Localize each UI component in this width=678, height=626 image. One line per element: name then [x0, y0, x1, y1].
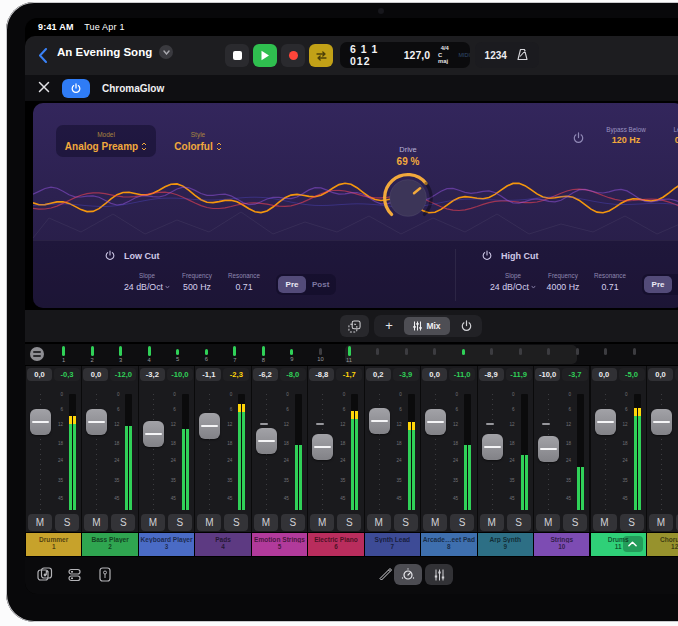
mute-button[interactable]: M [423, 514, 447, 531]
fader-value[interactable]: 0,2 [366, 368, 391, 381]
drive-knob[interactable] [378, 169, 438, 227]
pre-button[interactable]: Pre [644, 276, 672, 293]
master-speaker-icon[interactable] [30, 347, 44, 361]
low-cut-slope-field[interactable]: Slope 24 dB/Oct [124, 272, 170, 292]
mute-button[interactable]: M [28, 514, 52, 531]
fader-value[interactable]: 0,0 [422, 368, 447, 381]
overview-slot[interactable]: 11 [340, 344, 358, 365]
pre-button[interactable]: Pre [278, 276, 306, 293]
peak-value[interactable]: -3,7 [562, 368, 588, 381]
level-field[interactable]: Level 0.0 [661, 126, 678, 145]
solo-button[interactable]: S [507, 514, 531, 531]
track-name-cell[interactable]: Drums 11 [591, 533, 646, 556]
fader-thumb[interactable] [651, 409, 672, 435]
peak-value[interactable]: -5,0 [619, 368, 645, 381]
channel-overview[interactable]: 1 2 3 4 5 6 7 8 9 10 11 [25, 344, 678, 365]
low-cut-resonance-field[interactable]: Resonance 0.71 [228, 272, 260, 292]
high-cut-slope-field[interactable]: Slope 24 dB/Oct [490, 272, 536, 292]
mute-button[interactable]: M [367, 514, 391, 531]
fader-value[interactable]: -6,2 [253, 368, 278, 381]
high-cut-frequency-field[interactable]: Frequency 4000 Hz [547, 272, 580, 292]
overview-slot[interactable] [540, 344, 558, 365]
post-button[interactable]: Post [672, 276, 678, 293]
overview-slot[interactable] [626, 344, 644, 365]
track-name-cell[interactable]: Synth Lead 7 [365, 533, 420, 556]
fader-thumb[interactable] [86, 409, 107, 435]
record-button[interactable] [281, 44, 305, 67]
fader-value[interactable]: -10,0 [535, 368, 560, 381]
peak-value[interactable]: -11,0 [449, 368, 475, 381]
track-name-cell[interactable]: Chorus V 12 [647, 533, 678, 556]
track-name-cell[interactable]: Keyboard Player 3 [139, 533, 194, 556]
track-expand-button[interactable] [623, 536, 643, 552]
cycle-button[interactable] [309, 44, 333, 67]
solo-button[interactable]: S [394, 514, 418, 531]
mute-button[interactable]: M [254, 514, 278, 531]
peak-value[interactable]: -1,7 [336, 368, 362, 381]
fader-thumb[interactable] [482, 434, 503, 460]
fader-value[interactable]: -8,8 [309, 368, 334, 381]
overview-slot[interactable] [369, 344, 387, 365]
mute-button[interactable]: M [593, 514, 617, 531]
plugin-power-button[interactable] [62, 79, 90, 98]
low-cut-frequency-field[interactable]: Frequency 500 Hz [182, 272, 212, 292]
peak-value[interactable]: -0,3 [54, 368, 80, 381]
mute-button[interactable]: M [310, 514, 334, 531]
peak-value[interactable]: -11,9 [506, 368, 532, 381]
fader-value[interactable]: -8,9 [479, 368, 504, 381]
track-name-cell[interactable]: Emotion Strings 5 [252, 533, 307, 556]
duplicate-button[interactable] [340, 315, 369, 337]
solo-button[interactable]: S [337, 514, 361, 531]
solo-button[interactable]: S [620, 514, 644, 531]
mute-button[interactable]: M [649, 514, 673, 531]
solo-button[interactable]: S [168, 514, 192, 531]
overview-slot[interactable]: 10 [311, 344, 329, 365]
track-name-cell[interactable]: Arp Synth 9 [478, 533, 533, 556]
fader-thumb[interactable] [595, 409, 616, 435]
solo-button[interactable]: S [450, 514, 474, 531]
fader-thumb[interactable] [312, 434, 333, 460]
mute-button[interactable]: M [84, 514, 108, 531]
power-icon[interactable] [482, 250, 492, 261]
fader-thumb[interactable] [425, 409, 446, 435]
fader-value[interactable]: 0,0 [83, 368, 108, 381]
overview-slot[interactable]: 6 [197, 344, 215, 365]
fader-value[interactable]: -3,2 [140, 368, 165, 381]
add-track-button[interactable]: + [376, 317, 402, 335]
mute-button[interactable]: M [480, 514, 504, 531]
overview-slot[interactable]: 5 [169, 344, 187, 365]
overview-slot[interactable] [511, 344, 529, 365]
overview-slot[interactable] [568, 344, 586, 365]
post-button[interactable]: Post [306, 276, 334, 293]
back-button[interactable] [34, 46, 50, 64]
track-name-cell[interactable]: Drummer 1 [26, 533, 81, 556]
mixer-power-button[interactable] [452, 317, 480, 335]
peak-value[interactable]: -2,3 [223, 368, 249, 381]
fader-thumb[interactable] [538, 436, 559, 462]
track-name-cell[interactable]: Strings 10 [534, 533, 589, 556]
fader-thumb[interactable] [143, 421, 164, 447]
solo-button[interactable]: S [224, 514, 248, 531]
overview-slot[interactable] [597, 344, 615, 365]
overview-slot[interactable] [483, 344, 501, 365]
overview-slot[interactable]: 3 [112, 344, 130, 365]
overview-slot[interactable]: 4 [140, 344, 158, 365]
solo-button[interactable]: S [281, 514, 305, 531]
peak-value[interactable]: -10,0 [167, 368, 193, 381]
fader-thumb[interactable] [256, 428, 277, 454]
faders-view-button[interactable] [425, 564, 453, 585]
bypass-power-button[interactable] [573, 130, 584, 148]
overview-slot[interactable]: 1 [55, 344, 73, 365]
browser-button[interactable] [36, 566, 53, 583]
fader-thumb[interactable] [30, 409, 51, 435]
play-button[interactable] [253, 44, 277, 67]
fader-value[interactable]: -1,1 [196, 368, 221, 381]
close-plugin-button[interactable] [38, 81, 52, 95]
peak-value[interactable]: -8,0 [280, 368, 306, 381]
power-icon[interactable] [105, 250, 115, 261]
fader-value[interactable]: 0,0 [27, 368, 52, 381]
edit-button[interactable] [377, 566, 394, 583]
overview-slot[interactable]: 7 [226, 344, 244, 365]
solo-button[interactable]: S [55, 514, 79, 531]
high-cut-resonance-field[interactable]: Resonance 0.71 [594, 272, 626, 292]
